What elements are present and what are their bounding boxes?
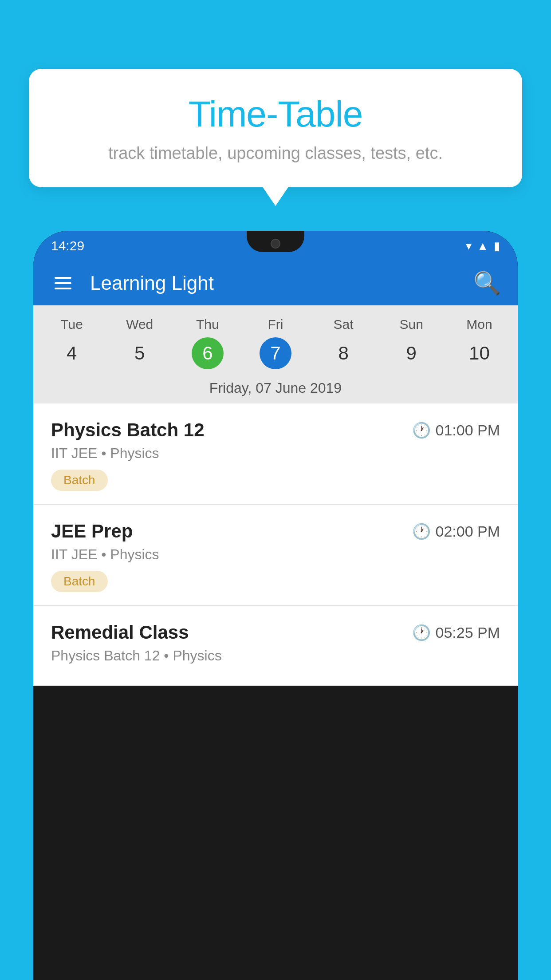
selected-date-label: Friday, 07 June 2019 xyxy=(33,376,518,403)
schedule-item-1-header: Physics Batch 12 🕐 01:00 PM xyxy=(51,419,500,441)
date-4[interactable]: 4 xyxy=(38,337,106,369)
signal-icon: ▲ xyxy=(477,239,488,253)
schedule-item-3-title: Remedial Class xyxy=(51,622,189,643)
schedule-item-3[interactable]: Remedial Class 🕐 05:25 PM Physics Batch … xyxy=(33,606,518,686)
schedule-item-2-subtitle: IIT JEE • Physics xyxy=(51,546,500,563)
day-label-sat: Sat xyxy=(310,313,378,336)
phone-frame: 14:29 ▾ ▲ ▮ Learning Light 🔍 Tue Wed Thu… xyxy=(33,231,518,980)
date-5[interactable]: 5 xyxy=(106,337,173,369)
menu-line-1 xyxy=(55,277,71,279)
app-title: Learning Light xyxy=(90,272,473,294)
phone-top-bar: 14:29 ▾ ▲ ▮ xyxy=(33,231,518,261)
speech-bubble-card: Time-Table track timetable, upcoming cla… xyxy=(29,69,522,187)
schedule-item-2-time: 🕐 02:00 PM xyxy=(412,522,500,540)
day-label-wed: Wed xyxy=(106,313,173,336)
time-value-1: 01:00 PM xyxy=(435,422,500,439)
day-labels-row: Tue Wed Thu Fri Sat Sun Mon xyxy=(33,313,518,336)
front-camera xyxy=(271,239,280,249)
day-numbers-row: 4 5 6 7 8 9 10 xyxy=(33,336,518,376)
schedule-item-2-title: JEE Prep xyxy=(51,521,133,542)
schedule-list: Physics Batch 12 🕐 01:00 PM IIT JEE • Ph… xyxy=(33,403,518,686)
card-subtitle: track timetable, upcoming classes, tests… xyxy=(55,144,496,163)
date-9[interactable]: 9 xyxy=(378,337,445,369)
date-6-today[interactable]: 6 xyxy=(192,337,224,369)
day-label-sun: Sun xyxy=(378,313,445,336)
status-icons: ▾ ▲ ▮ xyxy=(466,239,500,253)
menu-line-2 xyxy=(55,282,71,284)
date-10[interactable]: 10 xyxy=(445,337,513,369)
time-value-3: 05:25 PM xyxy=(435,624,500,641)
day-label-thu: Thu xyxy=(173,313,241,336)
menu-button[interactable] xyxy=(50,273,76,294)
menu-line-3 xyxy=(55,288,71,289)
clock-icon-3: 🕐 xyxy=(412,624,431,641)
date-7-selected[interactable]: 7 xyxy=(260,337,291,369)
day-label-fri: Fri xyxy=(241,313,309,336)
time-value-2: 02:00 PM xyxy=(435,523,500,540)
schedule-item-3-time: 🕐 05:25 PM xyxy=(412,624,500,641)
schedule-item-1[interactable]: Physics Batch 12 🕐 01:00 PM IIT JEE • Ph… xyxy=(33,403,518,505)
schedule-item-3-header: Remedial Class 🕐 05:25 PM xyxy=(51,622,500,643)
schedule-item-2-header: JEE Prep 🕐 02:00 PM xyxy=(51,521,500,542)
clock-icon-1: 🕐 xyxy=(412,421,431,439)
calendar-header: Tue Wed Thu Fri Sat Sun Mon 4 5 6 7 8 9 … xyxy=(33,305,518,403)
date-8[interactable]: 8 xyxy=(310,337,378,369)
battery-icon: ▮ xyxy=(494,239,500,253)
clock-icon-2: 🕐 xyxy=(412,522,431,540)
app-toolbar: Learning Light 🔍 xyxy=(33,261,518,305)
day-label-mon: Mon xyxy=(445,313,513,336)
wifi-icon: ▾ xyxy=(466,239,472,253)
card-title: Time-Table xyxy=(55,93,496,135)
phone-notch xyxy=(247,231,304,252)
schedule-item-1-subtitle: IIT JEE • Physics xyxy=(51,445,500,462)
status-time: 14:29 xyxy=(51,238,84,253)
schedule-item-1-time: 🕐 01:00 PM xyxy=(412,421,500,439)
day-label-tue: Tue xyxy=(38,313,106,336)
batch-badge-1: Batch xyxy=(51,470,108,491)
batch-badge-2: Batch xyxy=(51,571,108,592)
schedule-item-3-subtitle: Physics Batch 12 • Physics xyxy=(51,648,500,664)
schedule-item-1-title: Physics Batch 12 xyxy=(51,419,205,441)
search-button[interactable]: 🔍 xyxy=(473,270,501,296)
schedule-item-2[interactable]: JEE Prep 🕐 02:00 PM IIT JEE • Physics Ba… xyxy=(33,505,518,606)
